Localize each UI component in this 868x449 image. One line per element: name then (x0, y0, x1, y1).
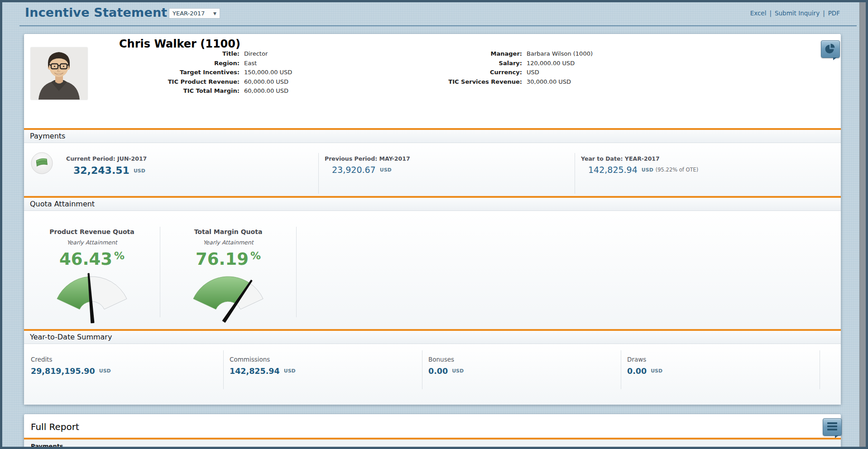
gauge-unit: % (250, 250, 261, 262)
payment-amount: 142,825.94 (588, 165, 638, 175)
detail-value: 120,000.00 USD (527, 60, 575, 67)
detail-value: Barbara Wilson (1000) (527, 50, 593, 57)
excel-link[interactable]: Excel (750, 10, 767, 17)
payment-amount-row: 142,825.94USD(95.22% of OTE) (588, 165, 839, 175)
detail-value: East (244, 60, 257, 67)
submit-inquiry-link[interactable]: Submit Inquiry (775, 10, 820, 17)
gauge-title: Product Revenue Quota (24, 228, 160, 235)
ytd-column: Commissions 142,825.94USD (224, 350, 422, 389)
ytd-column: Bonuses 0.00USD (422, 350, 621, 389)
detail-label: Region: (78, 59, 240, 68)
ytd-amount: 0.00 (627, 367, 647, 376)
ytd-amount-row: 142,825.94USD (230, 367, 422, 376)
chevron-down-icon: ▼ (213, 11, 216, 16)
currency-code: USD (651, 368, 662, 374)
period-select[interactable]: YEAR-2017 ▼ (169, 8, 220, 19)
statement-card: Chris Walker (1100) Title:Director Regio… (24, 34, 841, 404)
detail-label: Manager: (367, 49, 522, 59)
report-subsection-header: Payments (24, 439, 841, 449)
detail-value: USD (527, 69, 539, 76)
detail-row: Region:East (78, 59, 292, 68)
gauge-value: 76.19% (160, 249, 296, 269)
payment-amount-row: 32,243.51USD (73, 165, 318, 176)
currency-code: USD (380, 167, 392, 173)
ytd-label: Commissions (230, 356, 422, 363)
detail-label: TIC Product Revenue: (78, 77, 240, 87)
detail-row: Currency:USD (367, 68, 593, 77)
report-list-button[interactable] (823, 418, 842, 436)
list-icon (824, 420, 841, 433)
ytd-amount: 142,825.94 (230, 367, 280, 376)
payment-period-label: Year to Date: YEAR-2017 (581, 155, 839, 162)
detail-row: Manager:Barbara Wilson (1000) (367, 49, 593, 59)
currency-code: USD (452, 368, 464, 374)
export-links: Excel|Submit Inquiry|PDF (750, 10, 840, 17)
detail-label: Currency: (367, 68, 522, 77)
detail-row: Target Incentives:150,000.00 USD (78, 68, 292, 77)
employee-profile: Chris Walker (1100) Title:Director Regio… (24, 34, 841, 128)
gauge-chart (189, 269, 267, 327)
gauge-panel: Product Revenue Quota Yearly Attainment … (24, 227, 160, 317)
pie-chart-icon (822, 43, 839, 55)
payment-column: Year to Date: YEAR-2017 142,825.94USD(95… (575, 153, 839, 194)
employee-details-right: Manager:Barbara Wilson (1000) Salary:120… (367, 49, 593, 86)
vertical-scrollbar[interactable] (859, 2, 866, 447)
detail-value: 60,000.00 USD (244, 78, 288, 85)
payment-period-label: Current Period: JUN-2017 (66, 155, 318, 162)
ytd-amount: 0.00 (428, 367, 448, 376)
ytd-amount-row: 0.00USD (428, 367, 621, 376)
gauge-subtitle: Yearly Attainment (24, 239, 160, 246)
ytd-column: Draws 0.00USD (621, 350, 820, 389)
detail-value: 30,000.00 USD (527, 78, 571, 85)
gauge-percent: 76.19 (196, 249, 249, 269)
detail-value: Director (244, 50, 268, 57)
payments-columns: Current Period: JUN-2017 32,243.51USD Pr… (24, 143, 841, 196)
gauge-panels: Product Revenue Quota Yearly Attainment … (24, 211, 841, 317)
payment-column: Current Period: JUN-2017 32,243.51USD (24, 153, 318, 194)
quota-section-title: Quota Attainment (24, 198, 841, 211)
ytd-summary-section: Year-to-Date Summary Credits 29,819,195.… (24, 329, 841, 404)
link-separator: | (823, 10, 825, 17)
ytd-label: Draws (627, 356, 820, 363)
employee-details-left: Title:Director Region:East Target Incent… (78, 49, 292, 96)
ytd-column: Credits 29,819,195.90USD (25, 350, 224, 389)
gauge-unit: % (114, 250, 125, 262)
full-report-card: Full Report Payments (24, 414, 841, 449)
pdf-link[interactable]: PDF (828, 10, 840, 17)
detail-row: TIC Total Margin:60,000.00 USD (78, 86, 292, 96)
payment-amount: 32,243.51 (73, 165, 129, 176)
payment-amount: 23,920.67 (332, 165, 376, 175)
employee-name: Chris Walker (1100) (119, 38, 240, 50)
currency-code: USD (284, 368, 296, 374)
ytd-label: Credits (31, 356, 223, 363)
detail-label: Target Incentives: (78, 68, 240, 77)
detail-value: 60,000.00 USD (244, 87, 288, 94)
ytd-amount-row: 0.00USD (627, 367, 820, 376)
detail-value: 150,000.00 USD (244, 69, 292, 76)
payment-column: Previous Period: MAY-2017 23,920.67USD (318, 153, 575, 194)
period-select-value: YEAR-2017 (173, 10, 205, 17)
gauge-value: 46.43% (24, 249, 160, 269)
currency-code: USD (642, 167, 653, 173)
gauge-subtitle: Yearly Attainment (160, 239, 296, 246)
money-icon (31, 152, 53, 174)
payment-amount-row: 23,920.67USD (332, 165, 575, 175)
detail-label: TIC Total Margin: (78, 86, 240, 96)
link-separator: | (769, 10, 772, 17)
quota-attainment-section: Quota Attainment Product Revenue Quota Y… (24, 196, 841, 329)
detail-row: TIC Services Revenue:30,000.00 USD (367, 77, 593, 87)
detail-row: TIC Product Revenue:60,000.00 USD (78, 77, 292, 87)
ytd-section-title: Year-to-Date Summary (24, 331, 841, 344)
detail-label: Salary: (367, 59, 522, 68)
detail-row: Title:Director (78, 49, 292, 59)
chart-view-button[interactable] (821, 40, 840, 58)
payments-section: Payments (24, 128, 841, 196)
ytd-label: Bonuses (428, 356, 621, 363)
currency-code: USD (134, 168, 145, 174)
payment-period-label: Previous Period: MAY-2017 (325, 155, 575, 162)
ytd-columns: Credits 29,819,195.90USD Commissions 142… (24, 344, 841, 405)
ytd-amount: 29,819,195.90 (31, 367, 95, 376)
full-report-title: Full Report (31, 421, 79, 432)
detail-label: Title: (78, 49, 240, 59)
gauge-panel: Total Margin Quota Yearly Attainment 76.… (160, 227, 297, 317)
